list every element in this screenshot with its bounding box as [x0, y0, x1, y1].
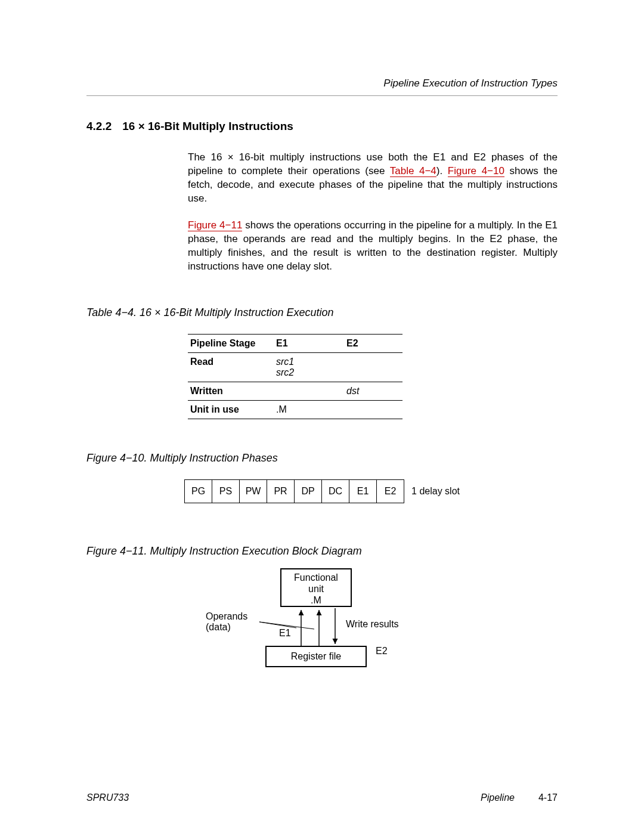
functional-unit-box: Functional unit .M: [280, 568, 352, 607]
t44-r0-e1: src1src2: [274, 352, 344, 382]
t44-r0-label: Read: [188, 352, 274, 382]
phase-cell: PR: [267, 480, 295, 503]
t44-h0: Pipeline Stage: [188, 334, 274, 352]
t44-r2-e2: [344, 400, 402, 419]
phase-cell: E1: [349, 480, 377, 503]
running-head: Pipeline Execution of Instruction Types: [86, 78, 558, 96]
phase-cell: PG: [185, 480, 212, 503]
figure-4-11: Functional unit .M Register file Operand…: [173, 568, 471, 688]
register-file-box: Register file: [265, 646, 367, 667]
t44-r1-label: Written: [188, 382, 274, 400]
figure-4-10-caption: Figure 4−10. Multiply Instruction Phases: [86, 452, 558, 465]
paragraph-2: Figure 4−11 shows the operations occurri…: [188, 219, 558, 274]
footer-chapter: Pipeline: [481, 792, 515, 803]
t44-r1-e1: [274, 382, 344, 400]
section-title: 16 × 16-Bit Multiply Instructions: [122, 120, 293, 132]
t44-h2: E2: [344, 334, 402, 352]
phase-cell: PS: [212, 480, 240, 503]
section-heading: 4.2.216 × 16-Bit Multiply Instructions: [86, 120, 558, 133]
e2-label: E2: [376, 646, 388, 657]
link-figure-4-11[interactable]: Figure 4−11: [188, 219, 242, 231]
page-footer: SPRU733 Pipeline 4-17: [86, 792, 558, 803]
write-results-label: Write results: [346, 619, 399, 630]
t44-r1-e2: dst: [344, 382, 402, 400]
t44-r2-label: Unit in use: [188, 400, 274, 419]
delay-slot-label: 1 delay slot: [411, 486, 460, 497]
footer-doc-id: SPRU733: [86, 792, 129, 803]
phase-cell: PW: [240, 480, 267, 503]
link-figure-4-10[interactable]: Figure 4−10: [448, 165, 504, 177]
link-table-4-4[interactable]: Table 4−4: [390, 165, 436, 177]
phase-cell: E2: [377, 480, 404, 503]
operands-label: Operands(data): [206, 611, 247, 633]
figure-4-11-caption: Figure 4−11. Multiply Instruction Execut…: [86, 545, 558, 558]
table-4-4: Pipeline Stage E1 E2 Read src1src2 Writt…: [188, 334, 402, 419]
figure-4-10: PGPSPWPRDPDCE1E2 1 delay slot: [86, 479, 558, 503]
table-4-4-caption: Table 4−4. 16 × 16-Bit Multiply Instruct…: [86, 306, 558, 319]
phase-cell: DP: [295, 480, 322, 503]
section-number: 4.2.2: [86, 120, 112, 133]
para1-b: ).: [436, 165, 448, 176]
t44-h1: E1: [274, 334, 344, 352]
paragraph-1: The 16 × 16-bit multiply instructions us…: [188, 151, 558, 206]
footer-page-number: 4-17: [538, 792, 558, 803]
t44-r2-e1: .M: [274, 400, 344, 419]
para2-a: shows the operations occurring in the pi…: [188, 219, 558, 272]
t44-r0-e2: [344, 352, 402, 382]
phase-cell: DC: [322, 480, 349, 503]
e1-label: E1: [279, 628, 291, 639]
